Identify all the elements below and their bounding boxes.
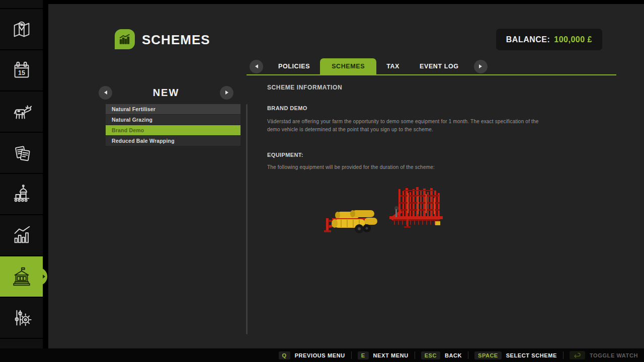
hotkey-bar: Q PREVIOUS MENU E NEXT MENU ESC BACK SPA… <box>0 348 644 362</box>
page-title: SCHEMES <box>142 31 210 49</box>
bank-icon <box>10 265 33 288</box>
list-prev-button[interactable] <box>99 86 112 100</box>
hint-separator <box>351 351 352 359</box>
scheme-list-header: NEW <box>99 85 233 100</box>
calendar-icon: 15 <box>10 59 33 82</box>
hint-select-scheme[interactable]: SPACE SELECT SCHEME <box>474 351 557 359</box>
sidebar-item-animals[interactable] <box>0 92 43 132</box>
sidebar: 15 <box>0 0 43 348</box>
tab-navigation: POLICIES SCHEMES TAX EVENT LOG <box>250 58 488 74</box>
hint-label: SELECT SCHEME <box>506 352 557 358</box>
arrow-left-icon <box>104 90 107 95</box>
production-icon <box>10 183 33 206</box>
hint-separator <box>563 351 564 359</box>
tabs-next-button[interactable] <box>474 60 488 73</box>
list-item-natural-grazing[interactable]: Natural Grazing <box>106 115 240 125</box>
key-esc: ESC <box>421 351 440 359</box>
sidebar-item-finances[interactable] <box>0 256 43 297</box>
balance-value: 100,000 £ <box>554 35 592 44</box>
tab-policies[interactable]: POLICIES <box>268 58 320 74</box>
key-e: E <box>358 351 369 359</box>
arrow-right-icon <box>225 90 228 95</box>
hint-back[interactable]: ESC BACK <box>421 351 462 359</box>
sidebar-item-contracts[interactable] <box>0 133 43 173</box>
scheme-info-title: SCHEME INFORMATION <box>267 84 342 91</box>
tabs: POLICIES SCHEMES TAX EVENT LOG <box>268 58 469 74</box>
enter-key-icon <box>570 351 585 359</box>
statistics-icon <box>10 224 33 247</box>
hint-label: PREVIOUS MENU <box>295 352 345 358</box>
arrow-right-icon <box>479 64 482 68</box>
scheme-list: Natural Fertiliser Natural Grazing Brand… <box>106 104 240 146</box>
scheme-description: Väderstad are offering your farm the opp… <box>267 118 539 133</box>
equipment-heading: EQUIPMENT: <box>267 152 303 158</box>
hint-label: BACK <box>445 352 462 358</box>
tab-tax[interactable]: TAX <box>376 58 410 74</box>
hint-next-menu[interactable]: E NEXT MENU <box>358 351 409 359</box>
yellow-roller-implement-image <box>322 205 378 236</box>
sidebar-item-settings[interactable] <box>0 298 43 338</box>
map-icon <box>10 18 33 41</box>
arrow-left-icon <box>255 64 258 68</box>
hint-label: NEXT MENU <box>373 352 409 358</box>
list-item-reduced-bale-wrapping[interactable]: Reduced Bale Wrapping <box>106 136 240 146</box>
tab-event-log[interactable]: EVENT LOG <box>410 58 469 74</box>
sidebar-item-production[interactable] <box>0 174 43 214</box>
sidebar-partial-cell <box>0 0 43 8</box>
contracts-icon <box>10 141 33 164</box>
tabs-prev-button[interactable] <box>250 60 263 73</box>
sidebar-item-map[interactable] <box>0 9 43 49</box>
bar-chart-icon <box>118 33 131 46</box>
equipment-note: The following equipment will be provided… <box>267 164 435 170</box>
schemes-bubble-icon <box>115 29 135 49</box>
key-q: Q <box>279 351 290 359</box>
sidebar-item-calendar[interactable]: 15 <box>0 50 43 90</box>
scheme-list-title: NEW <box>112 87 220 99</box>
hint-separator <box>468 351 468 359</box>
list-next-button[interactable] <box>220 86 233 100</box>
list-item-brand-demo[interactable]: Brand Demo <box>106 125 240 135</box>
sidebar-partial-cell-bottom <box>0 339 43 348</box>
red-cultivator-implement-image <box>388 186 447 230</box>
cow-icon <box>10 100 33 123</box>
main-panel: SCHEMES BALANCE: 100,000 £ POLICIES SCHE… <box>48 4 644 348</box>
scheme-name: BRAND DEMO <box>267 105 307 111</box>
balance-badge: BALANCE: 100,000 £ <box>496 29 602 50</box>
tab-underline <box>247 74 616 75</box>
hint-previous-menu[interactable]: Q PREVIOUS MENU <box>279 351 345 359</box>
sidebar-item-statistics[interactable] <box>0 215 43 255</box>
list-scrollbar[interactable] <box>246 104 248 334</box>
balance-label: BALANCE: <box>506 35 550 44</box>
tab-schemes[interactable]: SCHEMES <box>320 58 376 74</box>
hint-separator <box>415 351 415 359</box>
calendar-day-label: 15 <box>18 69 25 76</box>
hint-label: TOGGLE WATCH <box>590 352 638 358</box>
selected-notch-arrow-icon <box>43 275 45 279</box>
hint-toggle-watch: TOGGLE WATCH <box>570 351 638 359</box>
settings-icon <box>10 306 33 329</box>
list-item-natural-fertiliser[interactable]: Natural Fertiliser <box>106 104 240 114</box>
key-space: SPACE <box>474 351 502 359</box>
